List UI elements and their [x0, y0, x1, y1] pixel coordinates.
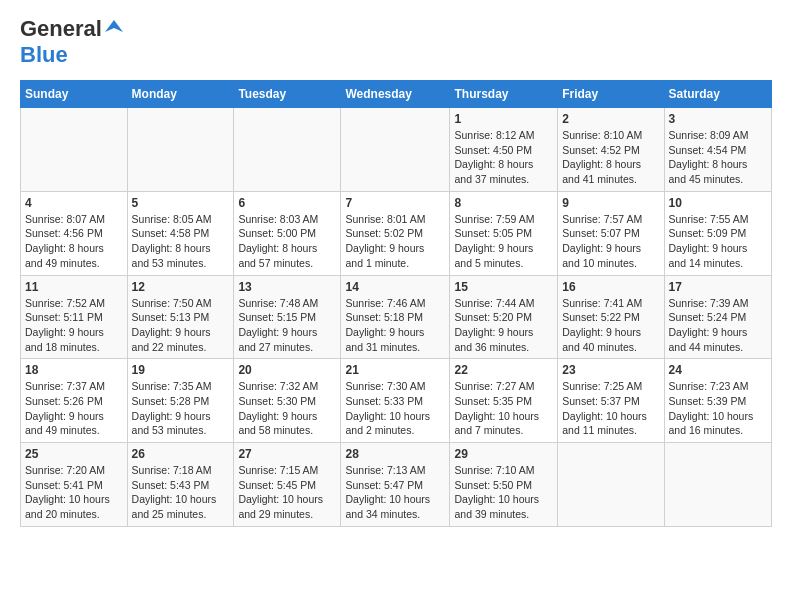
day-number: 10: [669, 196, 767, 210]
calendar-cell: 9Sunrise: 7:57 AM Sunset: 5:07 PM Daylig…: [558, 191, 664, 275]
day-info: Sunrise: 7:55 AM Sunset: 5:09 PM Dayligh…: [669, 212, 767, 271]
day-info: Sunrise: 8:01 AM Sunset: 5:02 PM Dayligh…: [345, 212, 445, 271]
day-number: 28: [345, 447, 445, 461]
header-friday: Friday: [558, 81, 664, 108]
calendar-cell: [127, 108, 234, 192]
day-number: 26: [132, 447, 230, 461]
calendar-cell: 1Sunrise: 8:12 AM Sunset: 4:50 PM Daylig…: [450, 108, 558, 192]
day-info: Sunrise: 7:15 AM Sunset: 5:45 PM Dayligh…: [238, 463, 336, 522]
week-row-4: 18Sunrise: 7:37 AM Sunset: 5:26 PM Dayli…: [21, 359, 772, 443]
day-number: 8: [454, 196, 553, 210]
day-number: 4: [25, 196, 123, 210]
calendar-cell: 28Sunrise: 7:13 AM Sunset: 5:47 PM Dayli…: [341, 443, 450, 527]
calendar-cell: [21, 108, 128, 192]
header-monday: Monday: [127, 81, 234, 108]
week-row-5: 25Sunrise: 7:20 AM Sunset: 5:41 PM Dayli…: [21, 443, 772, 527]
calendar-cell: 4Sunrise: 8:07 AM Sunset: 4:56 PM Daylig…: [21, 191, 128, 275]
calendar-cell: 16Sunrise: 7:41 AM Sunset: 5:22 PM Dayli…: [558, 275, 664, 359]
calendar-cell: 8Sunrise: 7:59 AM Sunset: 5:05 PM Daylig…: [450, 191, 558, 275]
week-row-2: 4Sunrise: 8:07 AM Sunset: 4:56 PM Daylig…: [21, 191, 772, 275]
calendar-cell: 26Sunrise: 7:18 AM Sunset: 5:43 PM Dayli…: [127, 443, 234, 527]
calendar-cell: 11Sunrise: 7:52 AM Sunset: 5:11 PM Dayli…: [21, 275, 128, 359]
day-info: Sunrise: 7:32 AM Sunset: 5:30 PM Dayligh…: [238, 379, 336, 438]
day-number: 13: [238, 280, 336, 294]
day-number: 12: [132, 280, 230, 294]
header-saturday: Saturday: [664, 81, 771, 108]
day-number: 6: [238, 196, 336, 210]
calendar-cell: 17Sunrise: 7:39 AM Sunset: 5:24 PM Dayli…: [664, 275, 771, 359]
day-number: 25: [25, 447, 123, 461]
logo: General Blue: [20, 16, 123, 68]
header-wednesday: Wednesday: [341, 81, 450, 108]
week-row-3: 11Sunrise: 7:52 AM Sunset: 5:11 PM Dayli…: [21, 275, 772, 359]
day-number: 7: [345, 196, 445, 210]
day-number: 21: [345, 363, 445, 377]
day-info: Sunrise: 7:13 AM Sunset: 5:47 PM Dayligh…: [345, 463, 445, 522]
calendar-cell: 29Sunrise: 7:10 AM Sunset: 5:50 PM Dayli…: [450, 443, 558, 527]
calendar-cell: [664, 443, 771, 527]
day-info: Sunrise: 7:46 AM Sunset: 5:18 PM Dayligh…: [345, 296, 445, 355]
day-number: 27: [238, 447, 336, 461]
day-info: Sunrise: 8:09 AM Sunset: 4:54 PM Dayligh…: [669, 128, 767, 187]
calendar-cell: 12Sunrise: 7:50 AM Sunset: 5:13 PM Dayli…: [127, 275, 234, 359]
header: General Blue: [20, 16, 772, 68]
calendar-cell: 2Sunrise: 8:10 AM Sunset: 4:52 PM Daylig…: [558, 108, 664, 192]
day-number: 24: [669, 363, 767, 377]
day-number: 17: [669, 280, 767, 294]
calendar-cell: [341, 108, 450, 192]
day-number: 18: [25, 363, 123, 377]
day-info: Sunrise: 8:10 AM Sunset: 4:52 PM Dayligh…: [562, 128, 659, 187]
calendar-cell: 18Sunrise: 7:37 AM Sunset: 5:26 PM Dayli…: [21, 359, 128, 443]
calendar-cell: 7Sunrise: 8:01 AM Sunset: 5:02 PM Daylig…: [341, 191, 450, 275]
day-info: Sunrise: 7:37 AM Sunset: 5:26 PM Dayligh…: [25, 379, 123, 438]
logo-bird-icon: [105, 18, 123, 40]
calendar-cell: 6Sunrise: 8:03 AM Sunset: 5:00 PM Daylig…: [234, 191, 341, 275]
calendar-cell: 3Sunrise: 8:09 AM Sunset: 4:54 PM Daylig…: [664, 108, 771, 192]
calendar-cell: [558, 443, 664, 527]
calendar-cell: 14Sunrise: 7:46 AM Sunset: 5:18 PM Dayli…: [341, 275, 450, 359]
logo-blue: Blue: [20, 42, 68, 67]
calendar-cell: 10Sunrise: 7:55 AM Sunset: 5:09 PM Dayli…: [664, 191, 771, 275]
day-info: Sunrise: 7:39 AM Sunset: 5:24 PM Dayligh…: [669, 296, 767, 355]
day-info: Sunrise: 7:59 AM Sunset: 5:05 PM Dayligh…: [454, 212, 553, 271]
day-number: 3: [669, 112, 767, 126]
day-info: Sunrise: 7:52 AM Sunset: 5:11 PM Dayligh…: [25, 296, 123, 355]
day-number: 15: [454, 280, 553, 294]
day-number: 14: [345, 280, 445, 294]
svg-marker-0: [105, 20, 123, 32]
calendar-cell: 13Sunrise: 7:48 AM Sunset: 5:15 PM Dayli…: [234, 275, 341, 359]
day-info: Sunrise: 7:35 AM Sunset: 5:28 PM Dayligh…: [132, 379, 230, 438]
day-number: 2: [562, 112, 659, 126]
header-tuesday: Tuesday: [234, 81, 341, 108]
day-number: 20: [238, 363, 336, 377]
day-number: 19: [132, 363, 230, 377]
calendar-table: SundayMondayTuesdayWednesdayThursdayFrid…: [20, 80, 772, 527]
header-row: SundayMondayTuesdayWednesdayThursdayFrid…: [21, 81, 772, 108]
day-info: Sunrise: 8:07 AM Sunset: 4:56 PM Dayligh…: [25, 212, 123, 271]
day-number: 1: [454, 112, 553, 126]
day-number: 11: [25, 280, 123, 294]
calendar-cell: 24Sunrise: 7:23 AM Sunset: 5:39 PM Dayli…: [664, 359, 771, 443]
day-info: Sunrise: 7:23 AM Sunset: 5:39 PM Dayligh…: [669, 379, 767, 438]
day-number: 23: [562, 363, 659, 377]
day-info: Sunrise: 7:57 AM Sunset: 5:07 PM Dayligh…: [562, 212, 659, 271]
calendar-cell: 25Sunrise: 7:20 AM Sunset: 5:41 PM Dayli…: [21, 443, 128, 527]
week-row-1: 1Sunrise: 8:12 AM Sunset: 4:50 PM Daylig…: [21, 108, 772, 192]
calendar-cell: 20Sunrise: 7:32 AM Sunset: 5:30 PM Dayli…: [234, 359, 341, 443]
calendar-cell: 23Sunrise: 7:25 AM Sunset: 5:37 PM Dayli…: [558, 359, 664, 443]
day-info: Sunrise: 7:44 AM Sunset: 5:20 PM Dayligh…: [454, 296, 553, 355]
day-info: Sunrise: 7:30 AM Sunset: 5:33 PM Dayligh…: [345, 379, 445, 438]
day-number: 5: [132, 196, 230, 210]
calendar-cell: [234, 108, 341, 192]
day-info: Sunrise: 7:20 AM Sunset: 5:41 PM Dayligh…: [25, 463, 123, 522]
calendar-header: SundayMondayTuesdayWednesdayThursdayFrid…: [21, 81, 772, 108]
day-number: 22: [454, 363, 553, 377]
day-number: 29: [454, 447, 553, 461]
day-info: Sunrise: 8:03 AM Sunset: 5:00 PM Dayligh…: [238, 212, 336, 271]
calendar-cell: 27Sunrise: 7:15 AM Sunset: 5:45 PM Dayli…: [234, 443, 341, 527]
calendar-cell: 22Sunrise: 7:27 AM Sunset: 5:35 PM Dayli…: [450, 359, 558, 443]
calendar-cell: 19Sunrise: 7:35 AM Sunset: 5:28 PM Dayli…: [127, 359, 234, 443]
day-info: Sunrise: 7:41 AM Sunset: 5:22 PM Dayligh…: [562, 296, 659, 355]
calendar-body: 1Sunrise: 8:12 AM Sunset: 4:50 PM Daylig…: [21, 108, 772, 527]
day-info: Sunrise: 7:18 AM Sunset: 5:43 PM Dayligh…: [132, 463, 230, 522]
